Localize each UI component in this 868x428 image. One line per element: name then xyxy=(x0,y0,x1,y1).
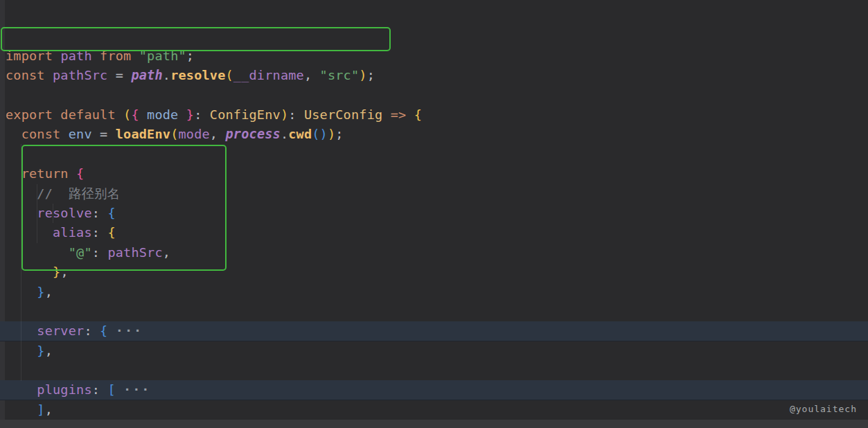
code-line: export default ({ mode }: ConfigEnv): Us… xyxy=(6,105,868,125)
code-line: import path from "path"; xyxy=(6,46,868,66)
code-line: ], xyxy=(6,400,868,420)
code-token: = xyxy=(116,68,132,82)
code-token: ] xyxy=(6,402,45,417)
code-token: ( xyxy=(123,107,131,122)
code-token: path xyxy=(131,68,162,82)
code-line: const env = loadEnv(mode, process.cwd())… xyxy=(6,125,868,144)
code-token: [ xyxy=(107,382,123,397)
code-token: pathSrc xyxy=(53,68,116,82)
code-token: : xyxy=(92,206,108,220)
code-token: : xyxy=(84,323,100,338)
code-token: process xyxy=(226,127,281,141)
code-token: mode xyxy=(178,127,209,141)
code-token: __dirname xyxy=(233,68,304,82)
code-line: }, xyxy=(6,341,868,361)
code-token: : xyxy=(288,107,304,122)
code-token: // 路径别名 xyxy=(6,186,121,201)
code-token: ) xyxy=(328,127,335,141)
code-token: env xyxy=(69,127,100,141)
code-token: ( xyxy=(312,127,319,141)
code-token: ; xyxy=(186,48,194,63)
code-token: resolve xyxy=(6,206,92,220)
code-token: , xyxy=(45,402,53,417)
code-area: import path from "path";const pathSrc = … xyxy=(0,0,868,428)
code-token: } xyxy=(186,107,194,122)
code-token: mode xyxy=(147,107,186,122)
code-token: , xyxy=(45,285,53,299)
code-token: ; xyxy=(335,127,343,141)
code-token: "src" xyxy=(320,68,360,82)
code-token: path xyxy=(60,48,100,63)
code-token: } xyxy=(6,265,60,279)
watermark: @youlaitech xyxy=(790,404,857,414)
code-token: = xyxy=(100,127,116,141)
code-line xyxy=(6,145,868,164)
code-token: { xyxy=(100,323,116,338)
code-line: }, xyxy=(6,283,868,302)
code-token: , xyxy=(45,344,53,358)
code-token: return xyxy=(6,166,76,181)
code-token: . xyxy=(281,127,288,141)
code-token: const xyxy=(6,127,69,141)
code-token: cwd xyxy=(288,127,312,141)
indent-guide xyxy=(53,204,53,223)
code-line: resolve: { xyxy=(6,204,868,223)
code-line: // 路径别名 xyxy=(6,184,868,204)
code-line xyxy=(6,302,868,321)
code-token: { xyxy=(107,206,115,220)
code-token: UserConfig xyxy=(304,107,391,122)
code-token: const xyxy=(6,68,53,82)
code-lines: import path from "path";const pathSrc = … xyxy=(6,46,868,428)
code-token: : xyxy=(92,245,108,260)
code-token: : xyxy=(92,382,108,397)
indent-guide xyxy=(37,184,37,243)
code-token: ) xyxy=(359,68,366,82)
code-token: server xyxy=(6,323,84,338)
code-token: , xyxy=(210,127,226,141)
code-token: => xyxy=(391,107,414,122)
code-token: , xyxy=(163,245,170,260)
code-token: alias xyxy=(6,225,92,240)
code-token: ( xyxy=(226,68,233,82)
code-token: { xyxy=(107,225,115,240)
code-token: ) xyxy=(320,127,328,141)
folded-code-badge[interactable]: ··· xyxy=(116,323,143,338)
code-token: "@" xyxy=(6,245,92,260)
code-token: { xyxy=(414,107,422,122)
code-editor: import path from "path";const pathSrc = … xyxy=(0,0,868,428)
code-line: "@": pathSrc, xyxy=(6,243,868,262)
code-token: } xyxy=(6,344,45,358)
code-token: ( xyxy=(170,127,178,141)
folded-code-badge[interactable]: ··· xyxy=(123,382,150,397)
code-token: , xyxy=(60,265,68,279)
code-line: }, xyxy=(6,262,868,282)
code-token: { xyxy=(76,166,84,181)
code-token: loadEnv xyxy=(116,127,170,141)
code-token: plugins xyxy=(6,382,92,397)
code-token: . xyxy=(163,68,170,82)
code-line-highlighted: plugins: [ ··· xyxy=(0,380,868,400)
code-line: return { xyxy=(6,164,868,184)
code-token: { xyxy=(131,107,147,122)
code-token: resolve xyxy=(170,68,225,82)
code-token: ) xyxy=(281,107,288,122)
code-token: import xyxy=(6,48,60,63)
code-token: } xyxy=(6,285,45,299)
code-line xyxy=(6,361,868,380)
code-token: from xyxy=(100,48,139,63)
code-token: ; xyxy=(367,68,375,82)
code-token: ConfigEnv xyxy=(210,107,281,122)
indent-guide xyxy=(21,144,21,381)
code-token: : xyxy=(92,225,108,240)
code-token: pathSrc xyxy=(107,245,162,260)
code-line-highlighted: server: { ··· xyxy=(0,321,868,341)
code-line: const pathSrc = path.resolve(__dirname, … xyxy=(6,66,868,85)
code-token: "path" xyxy=(139,48,186,63)
code-line xyxy=(6,86,868,105)
window-bottom-edge xyxy=(0,420,868,428)
code-line: alias: { xyxy=(6,223,868,242)
code-token: : xyxy=(194,107,210,122)
code-token: , xyxy=(304,68,320,82)
code-token: export default xyxy=(6,107,123,122)
